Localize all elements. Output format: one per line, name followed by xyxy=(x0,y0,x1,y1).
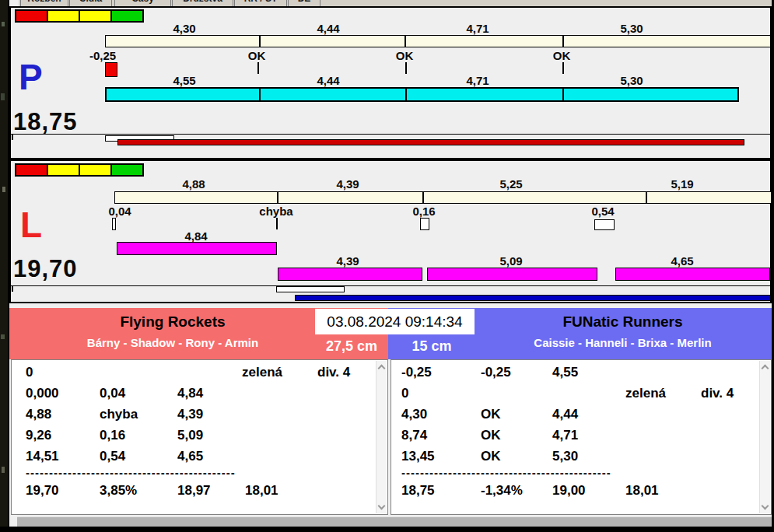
l-run-seg2-label: 4,39 xyxy=(336,254,359,268)
cell: 4,71 xyxy=(552,428,578,443)
p-start-diff-label: -0,25 xyxy=(89,49,116,62)
light-yellow2-indicator xyxy=(79,163,112,177)
l-change3-label: 0,54 xyxy=(591,205,614,218)
l-total-time: 19,70 xyxy=(13,255,78,283)
l-run-bar1 xyxy=(117,242,277,255)
left-table-scrollbar[interactable] xyxy=(376,361,387,513)
lane-l-traffic-lights xyxy=(15,163,144,177)
team-right-name: FUNatic Runners xyxy=(474,313,772,331)
cell: zelená xyxy=(242,365,282,380)
window-bottom-border xyxy=(0,527,774,532)
table-separator: ----------------------------------------… xyxy=(26,466,237,479)
lane-p-panel: P 4,30 4,44 4,71 5,30 -0,25 OK OK OK 4,5… xyxy=(9,6,772,159)
lane-p-label: P xyxy=(19,56,43,98)
p-ref-seg4-label: 5,30 xyxy=(620,22,643,35)
cell: 0 xyxy=(26,365,33,380)
l-run-bar4 xyxy=(615,268,770,281)
l-progress-bar xyxy=(295,295,771,301)
cell: OK xyxy=(481,428,501,443)
summary-cell: 3,85% xyxy=(100,483,137,499)
cell: 0,000 xyxy=(26,386,59,401)
cell: -0,25 xyxy=(401,365,432,380)
cell: 4,84 xyxy=(177,386,203,401)
p-change2-tick xyxy=(405,62,407,74)
cell: -0,25 xyxy=(481,365,511,380)
p-run-seg1-label: 4,55 xyxy=(173,74,195,87)
scroll-up-icon[interactable] xyxy=(762,365,769,373)
l-strip-white-box xyxy=(276,286,345,292)
p-progress-bar xyxy=(117,139,744,145)
cell: 13,45 xyxy=(401,449,435,464)
summary-cell: 18,75 xyxy=(401,483,435,499)
result-table-left[interactable]: 0 zelená div. 4 0,000 0,04 4,84 4,88 chy… xyxy=(11,359,388,515)
cell: OK xyxy=(481,449,501,464)
l-run-bar3 xyxy=(427,268,597,281)
cell: 14,51 xyxy=(26,449,59,464)
light-green-indicator xyxy=(110,163,144,177)
l-change3-gap-box xyxy=(594,219,615,230)
summary-cell: 18,97 xyxy=(177,483,211,499)
p-run-seg2-label: 4,44 xyxy=(317,74,339,87)
cell: zelená xyxy=(625,386,666,401)
p-total-time: 18,75 xyxy=(13,108,78,136)
l-run-seg4-label: 4,65 xyxy=(671,254,693,268)
cell: 4,55 xyxy=(552,365,578,380)
lane-l-panel: L 4,88 4,39 5,25 5,19 0,04 chyba 0,16 0,… xyxy=(9,159,772,303)
summary-cell: 18,01 xyxy=(245,483,278,499)
team-right-members: Caissie - Hanneli - Brixa - Merlin xyxy=(474,336,772,349)
jump-height-right: 15 cm xyxy=(388,336,475,358)
p-run-seg3-label: 4,71 xyxy=(466,74,489,87)
light-red-indicator xyxy=(15,163,48,177)
p-ref-seg1-label: 4,30 xyxy=(173,22,195,35)
p-ref-seg2-label: 4,44 xyxy=(317,22,339,35)
p-ref-seg3-label: 4,71 xyxy=(466,22,489,35)
result-table-right[interactable]: -0,25 -0,25 4,55 0 zelená div. 4 4,30 OK… xyxy=(391,359,772,515)
cell: 0,04 xyxy=(100,386,125,401)
l-start-diff-label: 0,04 xyxy=(108,205,131,218)
jump-height-left: 27,5 cm xyxy=(315,336,388,358)
summary-cell: 19,70 xyxy=(26,483,59,499)
l-ref-seg3-label: 5,25 xyxy=(499,177,522,191)
cell: 0 xyxy=(401,386,408,401)
p-start-fault-box xyxy=(105,62,117,77)
l-change1-tick xyxy=(276,218,278,229)
cell: 0,54 xyxy=(100,449,125,464)
right-table-scrollbar[interactable] xyxy=(759,361,770,513)
p-reference-bar xyxy=(105,35,771,47)
scroll-down-icon[interactable] xyxy=(378,502,386,510)
cell: 4,39 xyxy=(177,407,203,422)
cell: 5,09 xyxy=(177,428,203,443)
p-change1-label: OK xyxy=(248,49,266,62)
cell: 4,88 xyxy=(26,407,51,422)
l-change2-gap-box xyxy=(420,218,429,230)
l-ref-seg4-label: 5,19 xyxy=(671,177,693,191)
light-yellow1-indicator xyxy=(47,9,80,23)
desktop-edge xyxy=(0,0,8,532)
team-left-members: Bárny - Shadow - Rony - Armin xyxy=(9,336,336,349)
p-change2-label: OK xyxy=(396,49,414,62)
cell: div. 4 xyxy=(701,386,734,401)
scroll-up-icon[interactable] xyxy=(378,365,386,373)
cell: 4,65 xyxy=(177,449,203,464)
l-run-bar2 xyxy=(278,268,422,281)
p-run-seg4-label: 5,30 xyxy=(620,74,643,87)
p-change3-tick xyxy=(562,62,564,74)
scroll-down-icon[interactable] xyxy=(762,502,769,510)
light-yellow2-indicator xyxy=(79,9,112,23)
l-run-seg1-label: 4,84 xyxy=(184,229,207,243)
l-change1-label: chyba xyxy=(259,205,292,218)
status-bar xyxy=(17,516,774,527)
p-run-bar xyxy=(105,87,739,102)
cell: OK xyxy=(481,407,501,422)
cell: 4,44 xyxy=(552,407,578,422)
cell: chyba xyxy=(100,407,138,422)
l-reference-bar xyxy=(114,191,772,204)
p-change3-label: OK xyxy=(553,49,571,62)
l-ref-seg2-label: 4,39 xyxy=(336,177,359,191)
l-run-seg3-label: 5,09 xyxy=(499,254,522,268)
summary-cell: 18,01 xyxy=(625,483,659,499)
cell: 9,26 xyxy=(26,428,51,443)
light-green-indicator xyxy=(110,9,144,23)
summary-cell: -1,34% xyxy=(481,483,523,499)
summary-cell: 19,00 xyxy=(552,483,586,499)
